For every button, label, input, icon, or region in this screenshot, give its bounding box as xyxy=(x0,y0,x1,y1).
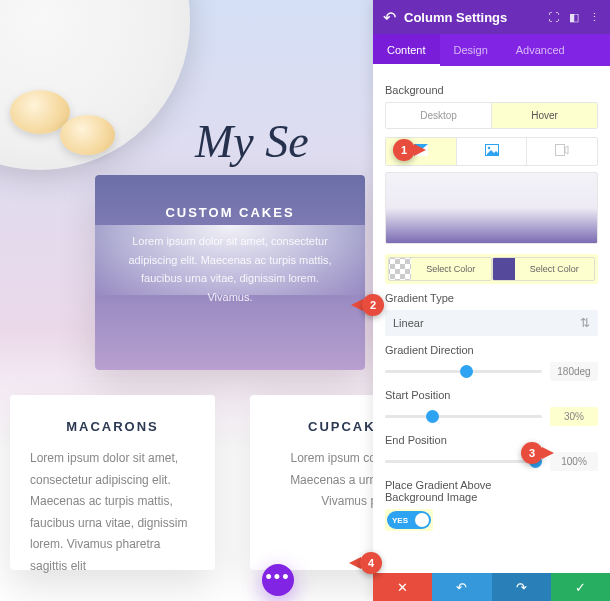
image-icon xyxy=(485,144,499,156)
callout-2: 2 xyxy=(351,294,384,316)
callout-bubble: 3 xyxy=(521,442,543,464)
redo-button[interactable]: ↷ xyxy=(492,573,551,601)
end-position-slider[interactable] xyxy=(385,460,542,463)
callout-3: 3 xyxy=(521,442,554,464)
start-position-value[interactable]: 30% xyxy=(550,407,598,426)
gradient-direction-label: Gradient Direction xyxy=(385,344,598,356)
panel-actions: ✕ ↶ ↷ ✓ xyxy=(373,573,610,601)
snap-icon[interactable]: ◧ xyxy=(569,11,579,24)
gradient-type-select[interactable]: Linear ⇅ xyxy=(385,310,598,336)
card-body: Lorem ipsum dolor sit amet, consectetur … xyxy=(30,448,195,578)
select-color-button[interactable]: Select Color xyxy=(515,259,595,279)
card-title: CUSTOM CAKES xyxy=(119,205,341,220)
macaron-image xyxy=(60,115,115,155)
device-tabs: Desktop Hover xyxy=(385,102,598,129)
callout-bubble: 2 xyxy=(362,294,384,316)
page-heading: My Se xyxy=(195,115,309,168)
callout-4: 4 xyxy=(349,552,382,574)
panel-tabs: Content Design Advanced xyxy=(373,34,610,66)
callout-1: 1 xyxy=(393,139,426,161)
card-title: MACARONS xyxy=(30,419,195,434)
transparent-swatch[interactable] xyxy=(389,258,411,280)
card-body: Lorem ipsum dolor sit amet, consectetur … xyxy=(119,232,341,307)
slider-thumb[interactable] xyxy=(426,410,439,423)
card-macarons[interactable]: MACARONS Lorem ipsum dolor sit amet, con… xyxy=(10,395,215,570)
end-position-label: End Position xyxy=(385,434,598,446)
background-label: Background xyxy=(385,84,598,96)
menu-icon[interactable]: ⋮ xyxy=(589,11,600,24)
expand-icon[interactable]: ⛶ xyxy=(548,11,559,23)
discard-button[interactable]: ✕ xyxy=(373,573,432,601)
place-above-label-2: Background Image xyxy=(385,491,598,503)
settings-panel: ↶ Column Settings ⛶ ◧ ⋮ Content Design A… xyxy=(373,0,610,601)
color-stop-2: Select Color xyxy=(492,257,596,281)
fab-button[interactable]: ••• xyxy=(262,564,294,596)
panel-title: Column Settings xyxy=(404,10,538,25)
panel-header: ↶ Column Settings ⛶ ◧ ⋮ xyxy=(373,0,610,34)
gradient-colors: Select Color Select Color xyxy=(385,254,598,284)
start-position-label: Start Position xyxy=(385,389,598,401)
direction-slider[interactable] xyxy=(385,370,542,373)
callout-bubble: 1 xyxy=(393,139,415,161)
svg-point-2 xyxy=(487,147,489,149)
callout-bubble: 4 xyxy=(360,552,382,574)
select-color-button[interactable]: Select Color xyxy=(411,259,491,279)
direction-value[interactable]: 180deg xyxy=(550,362,598,381)
check-icon: ✓ xyxy=(575,580,586,595)
slider-thumb[interactable] xyxy=(460,365,473,378)
tab-design[interactable]: Design xyxy=(440,34,502,66)
gradient-preview xyxy=(385,172,598,244)
video-icon xyxy=(555,144,569,156)
save-button[interactable]: ✓ xyxy=(551,573,610,601)
toggle-text: YES xyxy=(392,516,408,525)
bg-type-video[interactable] xyxy=(526,138,597,165)
back-icon[interactable]: ↶ xyxy=(383,8,396,27)
close-icon: ✕ xyxy=(397,580,408,595)
device-desktop[interactable]: Desktop xyxy=(386,103,491,128)
start-position-slider[interactable] xyxy=(385,415,542,418)
device-hover[interactable]: Hover xyxy=(491,103,597,128)
end-position-value[interactable]: 100% xyxy=(550,452,598,471)
purple-swatch[interactable] xyxy=(493,258,515,280)
undo-button[interactable]: ↶ xyxy=(432,573,491,601)
select-arrows-icon: ⇅ xyxy=(580,316,590,330)
card-custom-cakes[interactable]: CUSTOM CAKES Lorem ipsum dolor sit amet,… xyxy=(95,175,365,370)
toggle-knob xyxy=(415,513,429,527)
color-stop-1: Select Color xyxy=(388,257,492,281)
place-above-toggle[interactable]: YES xyxy=(387,511,431,529)
place-above-label-1: Place Gradient Above xyxy=(385,479,598,491)
redo-icon: ↷ xyxy=(516,580,527,595)
gradient-type-label: Gradient Type xyxy=(385,292,598,304)
bg-type-image[interactable] xyxy=(456,138,527,165)
gradient-type-value: Linear xyxy=(393,317,424,329)
undo-icon: ↶ xyxy=(456,580,467,595)
svg-rect-3 xyxy=(556,145,565,156)
tab-advanced[interactable]: Advanced xyxy=(502,34,579,66)
tab-content[interactable]: Content xyxy=(373,34,440,66)
